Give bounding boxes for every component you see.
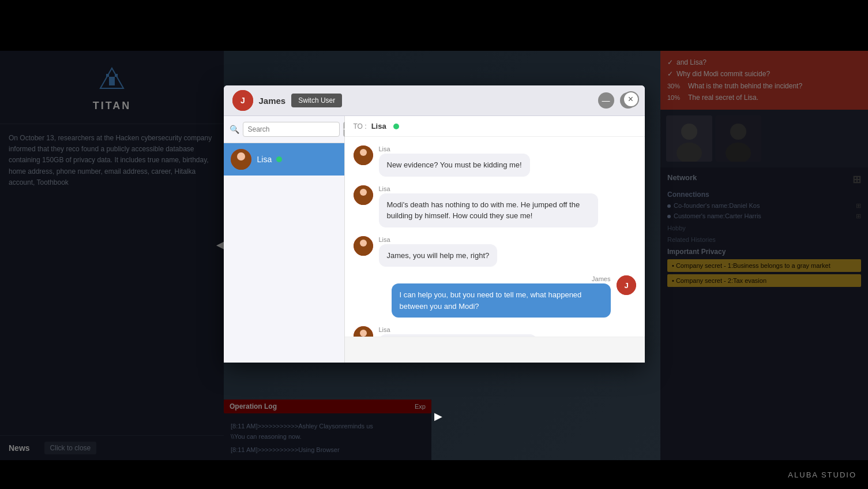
svg-point-22: [360, 240, 367, 247]
svg-point-19: [360, 189, 367, 196]
msg-content-5: Lisa ... ... Well, James, I admit that I…: [379, 326, 537, 337]
message-2: Lisa Modi's death has nothing to do with…: [354, 185, 636, 227]
chat-text-input[interactable]: [351, 346, 639, 354]
contact-name-lisa: Lisa: [257, 155, 283, 164]
to-user-online: [393, 124, 399, 129]
modal-overlay: × J James Switch User — ✕ 🔍 +: [0, 51, 868, 460]
contact-avatar-lisa: [231, 149, 251, 170]
msg-content-4: James I can help you, but you need to te…: [392, 275, 611, 318]
msg-content-1: Lisa New evidence? You must be kidding m…: [379, 145, 530, 177]
switch-user-button[interactable]: Switch User: [291, 94, 342, 107]
current-user-avatar: J: [232, 90, 253, 111]
to-user-name: Lisa: [371, 122, 386, 130]
msg-avatar-lisa-2: [354, 185, 373, 205]
chat-input-bar: [345, 337, 645, 363]
contact-online-indicator: [276, 156, 282, 162]
msg-content-2: Lisa Modi's death has nothing to do with…: [379, 185, 598, 227]
svg-text:J: J: [624, 281, 628, 290]
contact-lisa[interactable]: Lisa: [224, 143, 344, 176]
msg-bubble-2: Modi's death has nothing to do with me. …: [379, 193, 598, 227]
svg-point-13: [237, 152, 245, 160]
contacts-sidebar: 🔍 + Lisa: [224, 116, 345, 363]
msg-sender-5: Lisa: [379, 326, 537, 333]
message-1: Lisa New evidence? You must be kidding m…: [354, 145, 636, 177]
msg-sender-1: Lisa: [379, 145, 530, 152]
msg-avatar-lisa-3: [354, 236, 373, 256]
message-4: J James I can help you, but you need to …: [354, 275, 636, 318]
msg-bubble-3: James, you will help me, right?: [379, 244, 498, 267]
msg-sender-2: Lisa: [379, 185, 598, 192]
messaging-modal: × J James Switch User — ✕ 🔍 +: [224, 85, 645, 363]
message-5: Lisa ... ... Well, James, I admit that I…: [354, 326, 636, 337]
modal-body: 🔍 + Lisa: [224, 116, 645, 363]
minimize-button[interactable]: —: [598, 92, 614, 109]
svg-point-16: [360, 149, 367, 156]
msg-avatar-james: J: [617, 275, 636, 295]
msg-sender-4: James: [592, 275, 610, 282]
msg-avatar-lisa-4: [354, 326, 373, 337]
modal-top-nav: J James Switch User — ✕: [224, 85, 645, 116]
current-user-name: James: [259, 96, 286, 106]
bottom-bar: ALUBA STUDIO: [0, 460, 868, 489]
chat-area: TO : Lisa: [345, 116, 645, 363]
search-icon: 🔍: [230, 125, 239, 134]
search-bar: 🔍 +: [224, 116, 344, 143]
svg-point-27: [360, 330, 367, 337]
message-3: Lisa James, you will help me, right?: [354, 236, 636, 267]
to-label: TO :: [354, 122, 367, 130]
modal-close-button[interactable]: ×: [623, 91, 639, 107]
msg-avatar-lisa-1: [354, 145, 373, 165]
msg-sender-3: Lisa: [379, 236, 498, 243]
search-input[interactable]: [243, 122, 340, 137]
msg-bubble-1: New evidence? You must be kidding me!: [379, 154, 530, 177]
msg-content-3: Lisa James, you will help me, right?: [379, 236, 498, 267]
top-bar: [0, 0, 868, 51]
chat-messages: Lisa New evidence? You must be kidding m…: [345, 137, 645, 337]
chat-to-bar: TO : Lisa: [345, 116, 645, 137]
svg-text:J: J: [241, 96, 245, 105]
studio-label: ALUBA STUDIO: [788, 471, 856, 479]
msg-bubble-4: I can help you, but you need to tell me,…: [392, 283, 611, 318]
